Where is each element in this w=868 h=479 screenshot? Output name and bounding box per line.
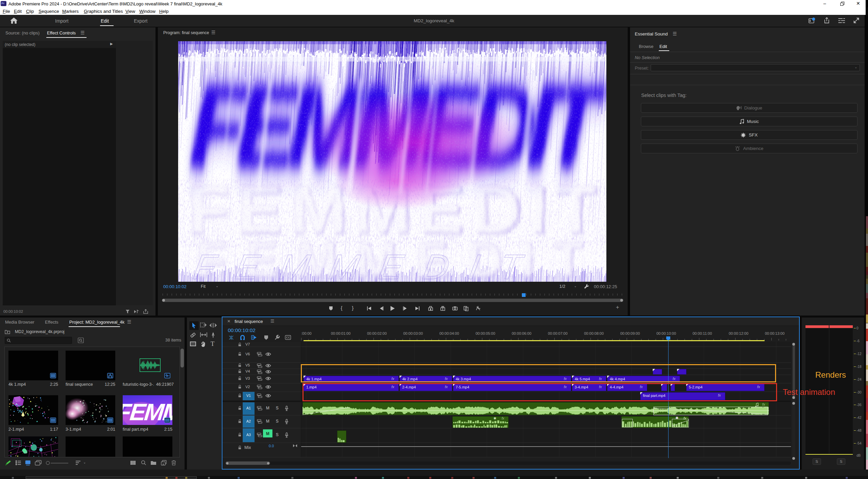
- svg-text:FEMMEDIT: FEMMEDIT: [191, 247, 532, 282]
